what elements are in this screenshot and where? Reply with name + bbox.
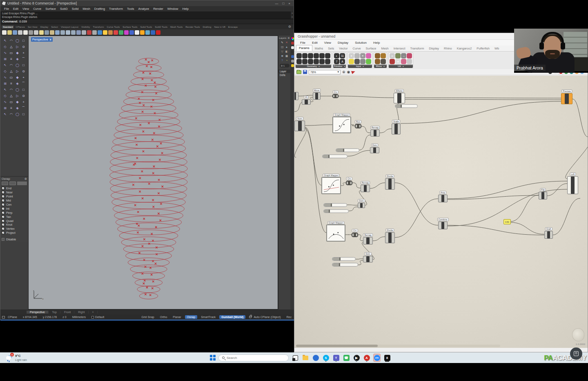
rhino-menu-subd[interactable]: SubD [58, 7, 70, 11]
palette-tool-37[interactable]: ◇ [2, 93, 8, 99]
palette-tool-36[interactable]: □ [21, 87, 26, 92]
gh-component-icon-2[interactable]: 11 [340, 53, 345, 58]
rhino-toolbar-icon-23[interactable] [119, 30, 123, 35]
toolbar-tab-select[interactable]: Select [50, 25, 59, 29]
rhino-toolbar-icon-8[interactable] [39, 30, 44, 35]
gh-component-icon-4[interactable] [314, 53, 319, 58]
palette-tool-47[interactable]: ◈ [15, 105, 20, 111]
scroll-up-icon[interactable]: ▲ [292, 11, 293, 15]
palette-tool-52[interactable]: □ [21, 112, 26, 117]
osnap-checkbox-point[interactable]: ✓ [2, 195, 4, 198]
taskbar-app-media-player[interactable]: ▶ [353, 354, 360, 362]
rhino-toolbar-icon-30[interactable] [156, 30, 160, 35]
layers-tool-icon-10[interactable]: ◔ [285, 58, 289, 62]
rhino-menu-curve[interactable]: Curve [31, 7, 43, 11]
gh-node-crv-16[interactable]: Crv [346, 181, 352, 185]
toolbar-tab-subd-tools[interactable]: SubD Tools [154, 25, 169, 29]
gh-component-icon-1[interactable]: ∞ [390, 53, 395, 58]
rhino-menu-surface[interactable]: Surface [43, 7, 58, 11]
toolbar-tab-new-in-v8[interactable]: New in V8 [213, 25, 226, 29]
rhino-toolbar-icon-14[interactable] [71, 30, 76, 35]
toolbar-tab-drafting[interactable]: Drafting [201, 25, 212, 29]
palette-tool-40[interactable]: ⊙ [21, 93, 26, 99]
panel-tab-icon-5[interactable] [291, 55, 294, 58]
gh-node-graph-mapper-15[interactable]: Graph Mapper [321, 177, 341, 194]
status-toggle-rec[interactable]: Rec [284, 316, 294, 318]
gh-component-icon-8[interactable] [366, 59, 371, 64]
taskbar-app-studio-app[interactable]: 8 [383, 354, 391, 362]
gh-tab-display[interactable]: Display [426, 46, 441, 51]
gh-component-icon-7[interactable] [401, 59, 406, 64]
gh-node-slider-19[interactable] [323, 203, 347, 207]
status-toggle-auto-cplane-object-[interactable]: Auto CPlane (Object) [246, 316, 283, 318]
gh-node-num-7[interactable]: Num [294, 121, 305, 131]
grasshopper-canvas[interactable]: PtMoveCrvEllipsePreviewNumGraph MapperRe… [294, 76, 588, 348]
gh-node-note-33[interactable]: 0.50 [503, 219, 511, 224]
palette-tool-31[interactable]: ◈ [15, 81, 20, 86]
rhino-menu-analyze[interactable]: Analyze [136, 7, 151, 11]
gh-component-icon-3[interactable]: → [401, 53, 406, 58]
gh-node-slider-28[interactable] [332, 257, 356, 261]
gh-component-icon-5[interactable] [319, 53, 325, 58]
toolbar-tab-cplanes[interactable]: CPlanes [14, 25, 26, 29]
rhino-menu-drafting[interactable]: Drafting [92, 7, 107, 11]
palette-tool-18[interactable]: ◠ [9, 63, 14, 68]
gh-component-icon-3[interactable] [308, 53, 313, 58]
gh-node-combine-23[interactable]: Combine [438, 222, 448, 229]
osnap-checkbox-disable[interactable] [2, 238, 4, 241]
viewport-tab-new[interactable]: + [89, 311, 98, 314]
rhino-toolbar-icon-20[interactable] [103, 30, 107, 35]
start-button[interactable] [210, 355, 216, 361]
gh-node-divide-18[interactable]: Divide [385, 178, 395, 190]
palette-tool-12[interactable]: + [21, 50, 26, 56]
osnap-button-1[interactable] [2, 182, 8, 185]
rhino-menu-render[interactable]: Render [151, 7, 165, 11]
gh-menu-view[interactable]: View [321, 41, 334, 45]
palette-tool-11[interactable]: ◆ [15, 50, 20, 56]
gh-node-flip-32[interactable]: Flip [539, 192, 547, 199]
palette-tool-21[interactable]: ◇ [2, 69, 8, 74]
status-toggle-planar[interactable]: Planar [170, 316, 184, 318]
gh-component-icon-1[interactable]: ▾ [349, 53, 354, 58]
rhino-command-line[interactable]: Command: 0.039 [0, 19, 294, 24]
rhino-toolbar-icon-29[interactable] [151, 30, 155, 35]
palette-tool-45[interactable]: ⊞ [2, 105, 8, 111]
palette-tool-44[interactable]: + [21, 99, 26, 105]
gh-component-icon-4[interactable] [407, 53, 412, 58]
toolbar-tab-mesh-tools[interactable]: Mesh Tools [169, 25, 184, 29]
status-toggle-smarttrack[interactable]: SmartTrack [198, 316, 218, 318]
rhino-toolbar-icon-16[interactable] [82, 30, 86, 35]
gh-node-dom-12[interactable]: Dom [370, 147, 379, 153]
panel-tab-icon-7[interactable] [291, 64, 294, 67]
palette-tool-1[interactable]: ↖ [2, 38, 8, 43]
rhino-toolbar-icon-1[interactable] [2, 30, 7, 35]
toolbar-tab-solid-tools[interactable]: Solid Tools [139, 25, 153, 29]
palette-tool-24[interactable]: ⊙ [21, 69, 26, 74]
gh-node-divide-27[interactable]: Divide [385, 232, 395, 243]
rhino-toolbar-icon-7[interactable] [34, 30, 38, 35]
rhino-menu-window[interactable]: Window [165, 7, 180, 11]
palette-tool-13[interactable]: ⊞ [2, 56, 8, 62]
gh-tab-curve[interactable]: Curve [350, 46, 363, 51]
toolbar-tab-set-view[interactable]: Set View [27, 25, 39, 29]
gh-tab-params[interactable]: Params [296, 45, 312, 51]
rhino-toolbar-icon-26[interactable] [135, 30, 139, 35]
palette-tool-39[interactable]: ▷ [15, 93, 20, 99]
slider-handle[interactable] [332, 263, 340, 266]
rhino-toolbar-icon-4[interactable] [18, 30, 22, 35]
gh-node-comp-0[interactable] [294, 92, 298, 100]
gh-component-icon-8[interactable] [407, 59, 412, 64]
taskbar-app-adobe[interactable]: A [363, 354, 370, 362]
slider-handle[interactable] [395, 105, 402, 108]
rhino-toolbar-icon-21[interactable] [108, 30, 113, 35]
palette-tool-26[interactable]: ▭ [9, 75, 14, 80]
gh-tab-kangaroo2[interactable]: Kangaroo2 [454, 46, 474, 51]
layers-tool-icon-2[interactable]: ✕ [285, 40, 289, 44]
gh-tab-sets[interactable]: Sets [325, 46, 336, 51]
taskbar-app-phone-link[interactable]: ☎ [343, 354, 350, 362]
panel-tab-icon-1[interactable] [291, 37, 294, 40]
search-input[interactable] [227, 356, 285, 360]
osnap-checkbox-int[interactable]: ✓ [2, 207, 4, 210]
palette-tool-15[interactable]: ◈ [15, 56, 20, 62]
gh-component-icon-4[interactable]: A [340, 59, 345, 64]
